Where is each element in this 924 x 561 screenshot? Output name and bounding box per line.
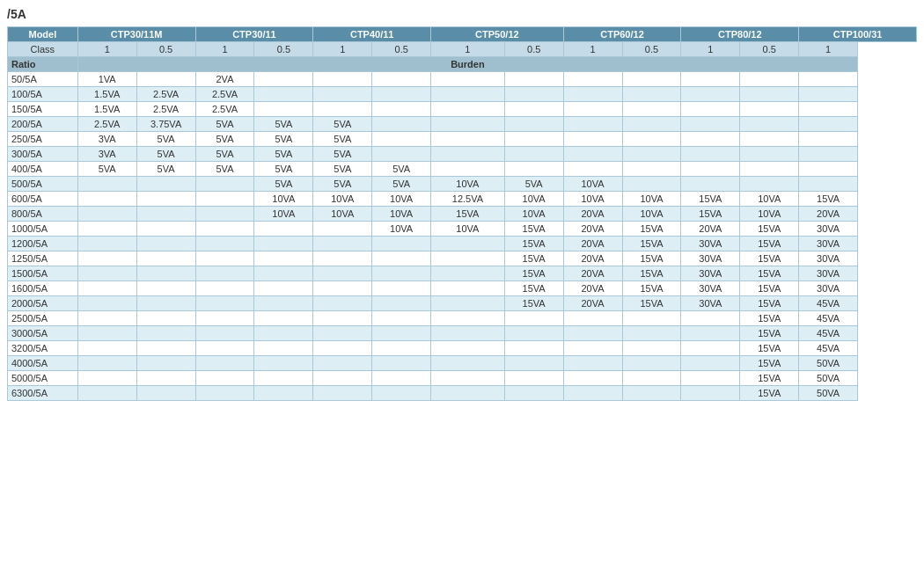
data-cell xyxy=(740,132,799,147)
ratio-cell: 250/5A xyxy=(8,132,78,147)
data-cell: 5VA xyxy=(313,162,372,177)
data-cell: 5VA xyxy=(136,132,195,147)
data-cell: 30VA xyxy=(799,237,858,251)
data-cell xyxy=(563,147,622,162)
data-cell xyxy=(136,177,195,192)
table-row: 50/5A1VA2VA xyxy=(8,72,917,87)
data-cell xyxy=(799,72,858,87)
data-cell: 5VA xyxy=(195,162,254,177)
table-row: 2500/5A15VA45VA xyxy=(8,311,917,326)
data-cell: 1VA xyxy=(77,72,136,87)
data-cell xyxy=(681,311,740,326)
data-cell xyxy=(195,207,254,222)
data-cell xyxy=(563,356,622,371)
data-cell xyxy=(431,147,505,162)
data-cell xyxy=(195,326,254,341)
ratio-cell: 1250/5A xyxy=(8,251,78,266)
data-cell xyxy=(372,266,431,281)
data-cell xyxy=(254,326,313,341)
data-cell xyxy=(504,102,563,117)
data-cell xyxy=(136,281,195,296)
data-cell xyxy=(195,281,254,296)
data-cell xyxy=(563,311,622,326)
data-cell: 5VA xyxy=(195,132,254,147)
model-label: Model xyxy=(8,27,78,42)
table-row: 1200/5A15VA20VA15VA30VA15VA30VA xyxy=(8,237,917,251)
data-cell xyxy=(313,371,372,386)
data-cell: 20VA xyxy=(563,296,622,311)
ratio-cell: 500/5A xyxy=(8,177,78,192)
data-cell: 30VA xyxy=(681,296,740,311)
table-row: 1250/5A15VA20VA15VA30VA15VA30VA xyxy=(8,251,917,266)
ratio-cell: 2500/5A xyxy=(8,311,78,326)
data-cell xyxy=(622,371,681,386)
data-cell: 15VA xyxy=(504,222,563,237)
ratio-cell: 50/5A xyxy=(8,72,78,87)
data-cell xyxy=(254,222,313,237)
data-cell xyxy=(740,177,799,192)
ratio-cell: 5000/5A xyxy=(8,371,78,386)
data-cell xyxy=(740,162,799,177)
data-cell xyxy=(504,356,563,371)
data-cell xyxy=(136,266,195,281)
data-cell: 15VA xyxy=(740,281,799,296)
data-cell xyxy=(431,326,505,341)
data-cell xyxy=(313,87,372,102)
data-cell xyxy=(622,311,681,326)
data-cell xyxy=(372,147,431,162)
ratio-cell: 4000/5A xyxy=(8,356,78,371)
data-cell xyxy=(136,296,195,311)
data-cell xyxy=(431,132,505,147)
data-cell: 45VA xyxy=(799,296,858,311)
data-cell xyxy=(195,266,254,281)
data-cell: 2.5VA xyxy=(195,87,254,102)
data-cell: 1.5VA xyxy=(77,87,136,102)
data-cell xyxy=(77,311,136,326)
data-cell: 10VA xyxy=(622,207,681,222)
data-cell xyxy=(195,371,254,386)
data-cell: 10VA xyxy=(372,192,431,207)
data-cell xyxy=(136,251,195,266)
model-ctp80-12: CTP80/12 xyxy=(681,27,799,42)
data-cell: 2VA xyxy=(195,72,254,87)
data-cell: 20VA xyxy=(563,281,622,296)
data-cell: 45VA xyxy=(799,341,858,356)
data-cell: 15VA xyxy=(740,386,799,401)
data-cell xyxy=(313,296,372,311)
table-row: 1600/5A15VA20VA15VA30VA15VA30VA xyxy=(8,281,917,296)
data-cell: 1.5VA xyxy=(77,102,136,117)
data-cell xyxy=(372,102,431,117)
data-cell: 10VA xyxy=(313,192,372,207)
data-cell: 2.5VA xyxy=(136,102,195,117)
data-cell xyxy=(740,87,799,102)
data-cell xyxy=(313,266,372,281)
data-cell: 3VA xyxy=(77,147,136,162)
data-cell: 5VA xyxy=(136,147,195,162)
data-cell xyxy=(799,117,858,132)
data-cell: 15VA xyxy=(504,237,563,251)
data-cell xyxy=(681,356,740,371)
data-cell xyxy=(77,356,136,371)
model-ctp30-11m: CTP30/11M xyxy=(77,27,195,42)
data-cell xyxy=(254,386,313,401)
class-c4: 1 xyxy=(313,42,372,57)
class-c11: 0.5 xyxy=(740,42,799,57)
data-cell xyxy=(504,311,563,326)
data-cell xyxy=(681,132,740,147)
data-cell: 10VA xyxy=(431,177,505,192)
class-c6: 1 xyxy=(431,42,505,57)
class-label: Class xyxy=(8,42,78,57)
ratio-cell: 1000/5A xyxy=(8,222,78,237)
class-c5: 0.5 xyxy=(372,42,431,57)
data-cell: 30VA xyxy=(799,251,858,266)
data-cell: 30VA xyxy=(681,281,740,296)
data-cell xyxy=(504,386,563,401)
data-cell: 30VA xyxy=(799,266,858,281)
data-cell: 5VA xyxy=(313,177,372,192)
data-cell xyxy=(254,281,313,296)
data-cell xyxy=(622,147,681,162)
data-cell xyxy=(431,281,505,296)
data-cell: 20VA xyxy=(681,222,740,237)
table-row: 500/5A5VA5VA5VA10VA5VA10VA xyxy=(8,177,917,192)
data-table: Model CTP30/11M CTP30/11 CTP40/11 CTP50/… xyxy=(7,26,917,401)
